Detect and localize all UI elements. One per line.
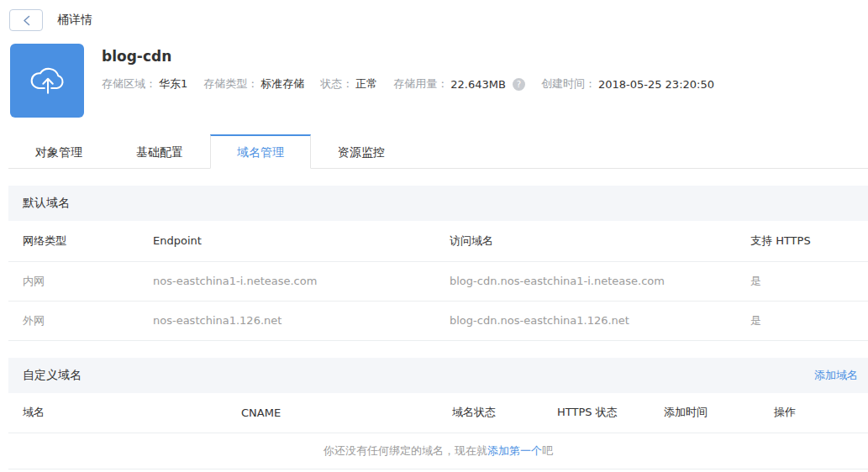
endpoint-cell: nos-eastchina1.126.net	[139, 301, 435, 340]
bucket-info-row: 存储区域： 华东1 存储类型： 标准存储 状态： 正常 存储用量： 22.643…	[102, 76, 714, 92]
network-type-cell: 外网	[8, 301, 139, 340]
column-header: CNAME	[227, 393, 438, 433]
info-storage-usage: 存储用量： 22.643MB	[393, 76, 525, 92]
bucket-avatar	[10, 44, 84, 118]
add-domain-button[interactable]: 添加域名	[814, 368, 858, 383]
tab-basic-config[interactable]: 基础配置	[109, 134, 210, 168]
section-title: 自定义域名	[23, 368, 82, 383]
page-title: 桶详情	[57, 13, 92, 28]
column-header: 访问域名	[435, 221, 736, 261]
back-button[interactable]	[9, 9, 43, 31]
tab-resource-monitor[interactable]: 资源监控	[311, 134, 412, 168]
https-support-cell: 是	[736, 301, 868, 340]
table-header-row: 域名 CNAME 域名状态 HTTPS 状态 添加时间 操作	[8, 393, 868, 433]
column-header: HTTPS 状态	[543, 393, 650, 433]
tab-domain-management[interactable]: 域名管理	[210, 134, 311, 169]
info-status: 状态： 正常	[320, 76, 377, 92]
table-header-row: 网络类型 Endpoint 访问域名 支持 HTTPS	[8, 221, 868, 261]
column-header: 支持 HTTPS	[736, 221, 868, 261]
help-icon[interactable]	[513, 78, 525, 91]
tab-panel-domain-management: 默认域名 网络类型 Endpoint 访问域名 支持 HTTPS 内网 nos-…	[8, 186, 868, 469]
topbar: 桶详情	[0, 0, 868, 31]
section-title: 默认域名	[23, 196, 70, 211]
table-row: 外网 nos-eastchina1.126.net blog-cdn.nos-e…	[8, 301, 868, 340]
custom-domains-table: 域名 CNAME 域名状态 HTTPS 状态 添加时间 操作 你还没有任何绑定的…	[8, 393, 868, 470]
default-domains-table: 网络类型 Endpoint 访问域名 支持 HTTPS 内网 nos-eastc…	[8, 221, 868, 341]
column-header: 添加时间	[650, 393, 760, 433]
tab-bar: 对象管理 基础配置 域名管理 资源监控	[8, 134, 868, 169]
custom-domains-section-header: 自定义域名 添加域名	[8, 358, 868, 393]
bucket-header: blog-cdn 存储区域： 华东1 存储类型： 标准存储 状态： 正常 存储用…	[10, 44, 868, 118]
tab-object-management[interactable]: 对象管理	[8, 134, 109, 168]
info-storage-type: 存储类型： 标准存储	[203, 76, 304, 92]
info-created-time: 创建时间： 2018-05-25 23:20:50	[541, 76, 714, 92]
bucket-name: blog-cdn	[102, 48, 714, 65]
empty-state-row: 你还没有任何绑定的域名，现在就添加第一个吧	[8, 433, 868, 469]
https-support-cell: 是	[736, 261, 868, 301]
column-header: 域名状态	[438, 393, 543, 433]
endpoint-cell: nos-eastchina1-i.netease.com	[139, 261, 435, 301]
add-first-domain-link[interactable]: 添加第一个	[487, 444, 542, 457]
column-header: 操作	[760, 393, 868, 433]
empty-state-message: 你还没有任何绑定的域名，现在就添加第一个吧	[8, 433, 868, 469]
table-row: 内网 nos-eastchina1-i.netease.com blog-cdn…	[8, 261, 868, 301]
info-storage-region: 存储区域： 华东1	[102, 76, 187, 92]
column-header: Endpoint	[139, 221, 435, 261]
access-domain-cell: blog-cdn.nos-eastchina1.126.net	[435, 301, 736, 340]
chevron-left-icon	[23, 15, 30, 26]
network-type-cell: 内网	[8, 261, 139, 301]
cloud-upload-icon	[25, 57, 69, 104]
default-domains-section-header: 默认域名	[8, 186, 868, 221]
column-header: 域名	[8, 393, 227, 433]
column-header: 网络类型	[8, 221, 139, 261]
access-domain-cell: blog-cdn.nos-eastchina1-i.netease.com	[435, 261, 736, 301]
